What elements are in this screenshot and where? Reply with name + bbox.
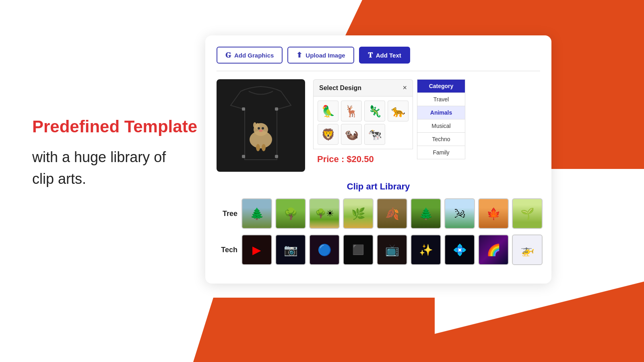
tshirt-svg: [223, 83, 299, 168]
add-text-button[interactable]: 𝐓 Add Text: [359, 47, 410, 64]
design-panel: Select Design × 🦜 🦌 🦎 🐆 🦁 🦦 🐄 Price : $2…: [313, 79, 413, 165]
upload-image-label: Upload Image: [305, 52, 345, 59]
tree-item-4[interactable]: 🌿: [343, 198, 374, 229]
subtext: with a huge library ofclip arts.: [32, 146, 197, 190]
tech-items: ▶ 📷 🔵 ⬛ 📺 ✨ 💠 🌈 🚁: [242, 234, 543, 265]
graphics-icon: 𝐆: [225, 51, 231, 60]
tech-item-3[interactable]: 🔵: [309, 234, 340, 265]
design-item-otter[interactable]: 🦦: [341, 124, 362, 145]
design-panel-wrapper: Select Design × 🦜 🦌 🦎 🐆 🦁 🦦 🐄 Price : $2…: [313, 79, 465, 165]
clipart-row-tech: Tech ▶ 📷 🔵 ⬛ 📺 ✨ 💠 🌈 🚁: [217, 234, 540, 265]
cow-icon: 🐄: [368, 128, 382, 141]
sidebar-item-musical[interactable]: Musical: [417, 119, 465, 132]
clipart-section: Clip art Library Tree 🌲 🌳 🌳☀ 🌿 🍂 🌲 🌬 🍁 🌱…: [217, 181, 540, 265]
design-item-parrot[interactable]: 🦜: [318, 101, 339, 121]
svg-point-8: [262, 144, 266, 151]
design-item-lizard[interactable]: 🦎: [364, 101, 385, 121]
otter-icon: 🦦: [345, 128, 359, 141]
tech-item-2[interactable]: 📷: [275, 234, 306, 265]
svg-point-7: [253, 122, 256, 128]
lizard-icon: 🦎: [368, 105, 382, 118]
upload-icon: ⬆: [296, 51, 302, 60]
svg-rect-2: [242, 155, 245, 158]
tech-item-4[interactable]: ⬛: [343, 234, 374, 265]
tree-item-6[interactable]: 🌲: [411, 198, 441, 229]
sidebar-item-animals[interactable]: Animals: [417, 106, 465, 119]
svg-point-9: [256, 144, 260, 151]
tshirt-canvas[interactable]: [217, 79, 305, 172]
headline: Predefined Template: [32, 117, 197, 137]
tree-items: 🌲 🌳 🌳☀ 🌿 🍂 🌲 🌬 🍁 🌱: [242, 198, 543, 229]
clipart-row-tree: Tree 🌲 🌳 🌳☀ 🌿 🍂 🌲 🌬 🍁 🌱: [217, 198, 540, 229]
add-graphics-label: Add Graphics: [234, 52, 274, 59]
tech-item-9[interactable]: 🚁: [512, 234, 543, 265]
sidebar-item-family[interactable]: Family: [417, 146, 465, 159]
content-area: Select Design × 🦜 🦌 🦎 🐆 🦁 🦦 🐄 Price : $2…: [217, 79, 540, 172]
svg-point-12: [259, 130, 263, 132]
text-icon: 𝐓: [368, 51, 373, 60]
parrot-icon: 🦜: [321, 105, 335, 118]
svg-point-10: [258, 127, 260, 130]
tree-item-7[interactable]: 🌬: [444, 198, 475, 229]
tree-item-5[interactable]: 🍂: [377, 198, 407, 229]
svg-rect-0: [242, 107, 245, 111]
category-sidebar: Category Travel Animals Musical Techno F…: [417, 79, 465, 165]
deer-icon: 🦌: [345, 105, 359, 118]
tech-item-1[interactable]: ▶: [242, 234, 272, 265]
left-text-area: Predefined Template with a huge library …: [32, 117, 197, 190]
select-design-header: Select Design ×: [313, 79, 413, 96]
tree-item-3[interactable]: 🌳☀: [309, 198, 340, 229]
price-label: Price : $20.50: [317, 154, 374, 164]
clipart-library-title: Clip art Library: [217, 181, 540, 192]
tech-item-7[interactable]: 💠: [444, 234, 475, 265]
toolbar: 𝐆 Add Graphics ⬆ Upload Image 𝐓 Add Text: [217, 47, 540, 71]
design-item-leopard[interactable]: 🐆: [388, 101, 409, 121]
tech-item-8[interactable]: 🌈: [478, 234, 509, 265]
tech-label: Tech: [217, 246, 237, 254]
tree-item-9[interactable]: 🌱: [512, 198, 543, 229]
svg-point-11: [262, 127, 264, 130]
tree-label: Tree: [217, 210, 237, 218]
tree-item-2[interactable]: 🌳: [275, 198, 306, 229]
design-grid: 🦜 🦌 🦎 🐆 🦁 🦦 🐄: [313, 96, 413, 149]
lion-icon: 🦁: [321, 128, 335, 141]
main-card: 𝐆 Add Graphics ⬆ Upload Image 𝐓 Add Text: [205, 35, 551, 284]
tree-item-1[interactable]: 🌲: [242, 198, 272, 229]
svg-rect-3: [275, 155, 278, 158]
design-item-deer[interactable]: 🦌: [341, 101, 362, 121]
tech-item-6[interactable]: ✨: [411, 234, 441, 265]
design-item-lion[interactable]: 🦁: [318, 124, 339, 145]
add-text-label: Add Text: [376, 52, 401, 59]
leopard-icon: 🐆: [391, 105, 405, 118]
price-area: Price : $20.50: [313, 149, 413, 165]
tree-item-8[interactable]: 🍁: [478, 198, 509, 229]
sidebar-item-travel[interactable]: Travel: [417, 93, 465, 106]
upload-image-button[interactable]: ⬆ Upload Image: [287, 47, 354, 64]
select-design-title: Select Design: [319, 84, 361, 92]
tech-item-5[interactable]: 📺: [377, 234, 407, 265]
add-graphics-button[interactable]: 𝐆 Add Graphics: [217, 47, 283, 64]
close-design-panel-button[interactable]: ×: [402, 84, 407, 92]
svg-rect-1: [275, 107, 278, 111]
category-header: Category: [417, 79, 465, 93]
sidebar-item-techno[interactable]: Techno: [417, 132, 465, 146]
design-item-cow[interactable]: 🐄: [364, 124, 385, 145]
